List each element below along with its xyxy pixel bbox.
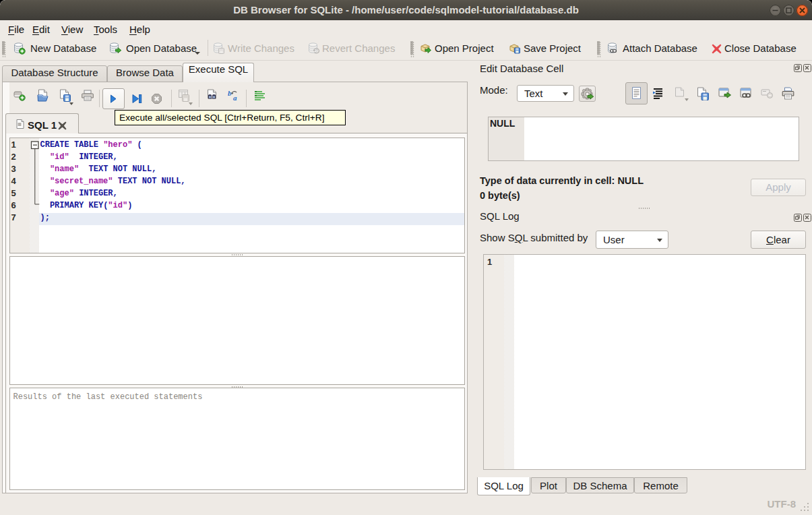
- svg-text:b: b: [228, 90, 232, 97]
- svg-text:a: a: [233, 94, 237, 102]
